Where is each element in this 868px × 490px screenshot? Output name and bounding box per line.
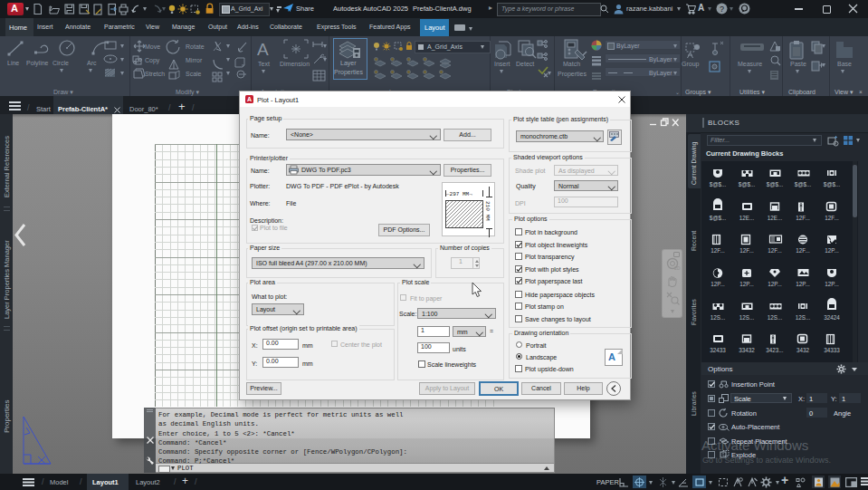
svg-text:?: ? <box>720 5 724 14</box>
svg-text:2D: 2D <box>674 265 681 271</box>
